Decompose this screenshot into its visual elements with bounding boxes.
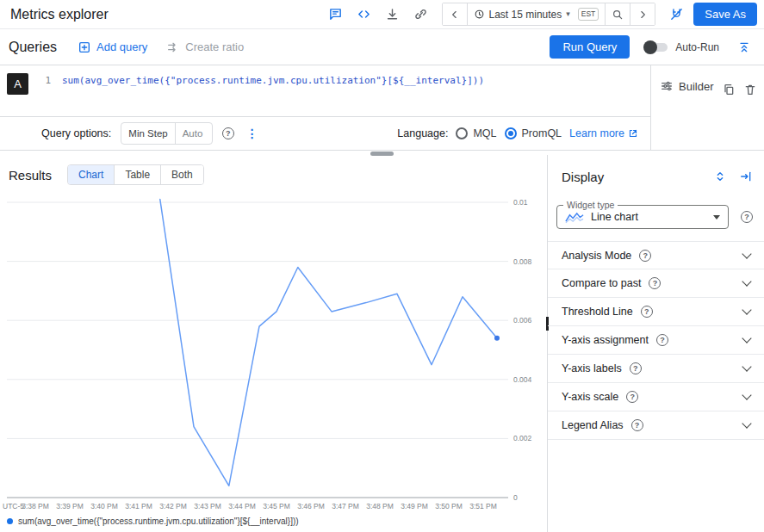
widget-type-row: Widget type Line chart ? (556, 205, 753, 229)
autorun-toggle[interactable] (645, 43, 668, 52)
time-back-button[interactable] (443, 3, 467, 25)
svg-text:3:39 PM: 3:39 PM (56, 502, 84, 510)
download-icon (385, 7, 400, 22)
chevron-down-icon (742, 418, 751, 428)
svg-text:0.006: 0.006 (513, 316, 532, 325)
display-panel: Display Widget type Line chart ? Anal (547, 155, 764, 532)
help-icon[interactable]: ? (626, 391, 638, 403)
delete-query-button[interactable] (743, 79, 757, 100)
code-button[interactable] (353, 4, 376, 25)
query-options-label: Query options: (41, 127, 111, 139)
magnet-off-button[interactable] (665, 4, 687, 25)
min-step-input[interactable]: Auto (176, 123, 212, 144)
section-y-axis-assignment[interactable]: Y-axis assignment ? (548, 326, 764, 355)
queries-bar: Queries Add query Create ratio Run Query… (0, 29, 764, 65)
display-panel-header: Display (548, 155, 764, 187)
collapse-panel-button[interactable] (736, 166, 755, 187)
legend-series-dot (7, 518, 13, 524)
section-threshold-line[interactable]: Threshold Line ? (548, 298, 764, 326)
add-query-label: Add query (96, 40, 147, 53)
learn-more-link[interactable]: Learn more (569, 127, 638, 139)
tab-both[interactable]: Both (160, 165, 203, 184)
top-bar-actions: Last 15 minutes ▾ EST Save As (325, 3, 757, 26)
min-step-help-icon[interactable]: ? (222, 127, 234, 139)
chart-legend[interactable]: sum(avg_over_time({"process.runtime.jvm.… (7, 517, 299, 526)
clock-icon (474, 9, 485, 20)
code-icon (357, 7, 371, 22)
query-letter-badge: A (7, 73, 28, 95)
svg-text:3:48 PM: 3:48 PM (366, 502, 394, 510)
results-title: Results (9, 168, 52, 182)
svg-text:0.002: 0.002 (513, 434, 532, 442)
queries-title: Queries (9, 40, 57, 55)
tab-table[interactable]: Table (114, 165, 160, 184)
section-label: Compare to past (562, 277, 641, 289)
widget-type-help-icon[interactable]: ? (741, 211, 753, 223)
section-y-axis-labels[interactable]: Y-axis labels ? (548, 355, 764, 383)
time-search-button[interactable] (605, 3, 630, 25)
section-analysis-mode[interactable]: Analysis Mode ? (548, 241, 764, 269)
results-view-tabs: Chart Table Both (67, 164, 204, 185)
legend-series-label: sum(avg_over_time({"process.runtime.jvm.… (18, 517, 299, 526)
svg-text:0.01: 0.01 (513, 198, 528, 207)
svg-text:3:45 PM: 3:45 PM (263, 502, 290, 510)
section-y-axis-scale[interactable]: Y-axis scale ? (548, 383, 764, 411)
section-compare-to-past[interactable]: Compare to past ? (548, 269, 764, 298)
results-header: Results Chart Table Both (0, 155, 547, 185)
svg-text:3:50 PM: 3:50 PM (435, 502, 463, 510)
min-step-control[interactable]: Min Step Auto (121, 122, 212, 145)
chevron-down-icon (713, 215, 720, 220)
feedback-icon (328, 7, 343, 22)
radio-unchecked-icon (456, 127, 468, 139)
help-icon[interactable]: ? (631, 419, 643, 431)
expand-all-sections-button[interactable] (711, 166, 730, 187)
share-link-button[interactable] (410, 4, 432, 25)
tune-icon (660, 79, 674, 93)
time-forward-button[interactable] (630, 3, 655, 25)
language-option-mql[interactable]: MQL (456, 127, 496, 139)
more-options-icon[interactable]: ⋮ (244, 127, 261, 140)
widget-type-value: Line chart (591, 211, 638, 223)
autorun-label: Auto-Run (675, 41, 719, 53)
time-range-button[interactable]: Last 15 minutes ▾ EST (467, 3, 606, 25)
svg-text:0.004: 0.004 (513, 375, 532, 384)
language-option-promql[interactable]: PromQL (505, 127, 562, 139)
run-query-button[interactable]: Run Query (550, 35, 630, 59)
chevron-left-icon (449, 9, 461, 21)
section-label: Y-axis labels (562, 362, 622, 374)
metrics-explorer-app: Metrics explorer Last 15 minutes (0, 0, 764, 532)
svg-text:3:47 PM: 3:47 PM (332, 502, 359, 510)
widget-type-select[interactable]: Widget type Line chart (556, 205, 729, 229)
help-icon[interactable]: ? (656, 334, 668, 346)
promql-query-text[interactable]: sum(avg_over_time({"process.runtime.jvm.… (62, 75, 484, 86)
chevron-down-icon (742, 305, 751, 314)
help-icon[interactable]: ? (641, 306, 653, 318)
learn-more-label: Learn more (569, 127, 624, 139)
help-icon[interactable]: ? (649, 277, 661, 289)
save-as-button[interactable]: Save As (693, 3, 757, 26)
language-selector: Language: MQL PromQL Learn more (397, 127, 638, 139)
line-chart-icon (565, 211, 584, 224)
svg-text:3:41 PM: 3:41 PM (125, 502, 152, 510)
language-label: Language: (397, 127, 448, 139)
feedback-button[interactable] (325, 4, 347, 25)
query-options-row: Query options: Min Step Auto ? ⋮ Languag… (0, 116, 650, 150)
help-icon[interactable]: ? (639, 250, 651, 262)
help-icon[interactable]: ? (630, 362, 642, 374)
create-ratio-button[interactable]: Create ratio (166, 40, 244, 54)
add-box-icon (78, 40, 91, 54)
section-legend-alias[interactable]: Legend Alias ? (548, 411, 764, 440)
line-number: 1 (35, 75, 51, 86)
chevron-down-icon: ▾ (566, 10, 570, 18)
collapse-queries-button[interactable] (733, 37, 755, 58)
copy-query-button[interactable] (721, 79, 735, 100)
mql-label: MQL (473, 127, 496, 139)
add-query-button[interactable]: Add query (78, 40, 147, 54)
builder-toggle-button[interactable]: Builder (660, 79, 713, 93)
widget-type-label: Widget type (563, 200, 618, 210)
code-row: A 1 sum(avg_over_time({"process.runtime.… (0, 65, 650, 116)
promql-label: PromQL (522, 127, 562, 139)
tab-chart[interactable]: Chart (68, 165, 114, 184)
download-button[interactable] (382, 4, 404, 25)
code-editor[interactable]: 1 sum(avg_over_time({"process.runtime.jv… (35, 65, 650, 116)
